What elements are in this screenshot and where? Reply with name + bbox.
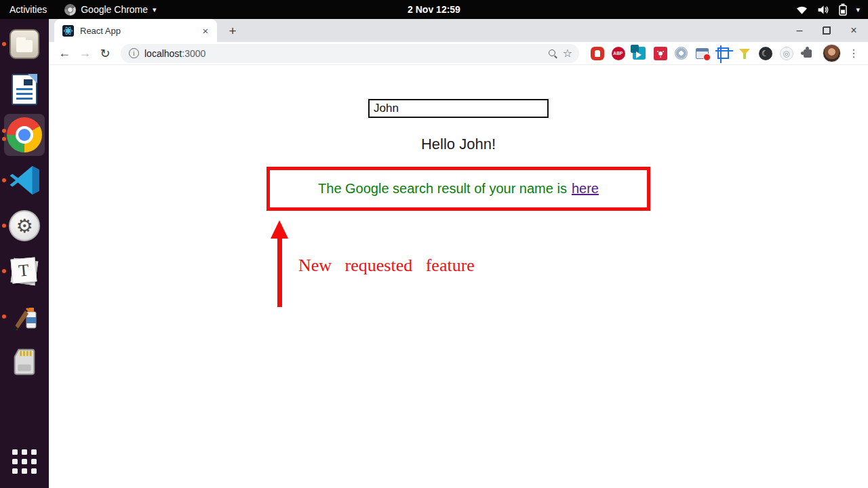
app-grid-icon <box>12 449 37 474</box>
dock-item-text-editor[interactable]: T <box>0 254 49 288</box>
chrome-window: React App × + – × ← → ↻ i localhost:3000… <box>49 19 868 488</box>
running-indicator <box>2 42 6 46</box>
files-icon <box>9 29 39 59</box>
dock-item-libreoffice-writer[interactable] <box>0 73 49 106</box>
volume-icon <box>817 5 830 15</box>
filter-funnel-extension-icon[interactable] <box>737 46 751 60</box>
gear-icon: ⚙ <box>9 210 40 241</box>
vscode-icon <box>8 164 41 197</box>
dock: ⚙ T <box>0 19 49 488</box>
battery-icon <box>839 3 847 16</box>
minimize-button[interactable]: – <box>792 23 807 38</box>
extensions-puzzle-icon[interactable] <box>800 46 814 60</box>
running-indicator <box>2 137 6 141</box>
profile-avatar[interactable] <box>823 44 841 62</box>
system-tray[interactable]: ▾ <box>795 0 868 19</box>
dock-item-settings[interactable]: ⚙ <box>0 209 49 243</box>
dock-item-show-applications[interactable] <box>0 445 49 479</box>
react-favicon-icon <box>62 25 74 37</box>
greeting-text: Hello John! <box>49 136 868 153</box>
wifi-icon <box>795 5 808 15</box>
gimp-paintbrush-icon <box>8 300 41 333</box>
dock-item-removable-media[interactable] <box>0 345 49 379</box>
tab-react-app[interactable]: React App × <box>54 19 217 42</box>
tab-close-icon[interactable]: × <box>199 24 212 37</box>
running-indicator <box>2 129 6 133</box>
design-dots-extension-icon[interactable] <box>653 46 667 60</box>
system-top-bar: Activities Google Chrome ▾ 2 Nov 12:59 ▾ <box>0 0 868 19</box>
running-indicator <box>2 178 6 182</box>
dock-item-files[interactable] <box>0 27 49 61</box>
result-highlight-box: The Google search result of your name is… <box>267 167 650 211</box>
browser-toolbar: ← → ↻ i localhost:3000 ☆ ABP ☾ ◎ <box>49 42 868 65</box>
restore-icon <box>823 26 831 35</box>
dock-item-gimp[interactable] <box>0 300 49 333</box>
url-port: :3000 <box>182 48 205 59</box>
page-content: Hello John! The Google search result of … <box>49 65 868 488</box>
restore-button[interactable] <box>819 23 834 38</box>
back-button[interactable]: ← <box>56 45 73 62</box>
bookmark-star-icon[interactable]: ☆ <box>563 47 572 60</box>
window-controls: – × <box>792 19 861 42</box>
url-text[interactable]: localhost:3000 <box>144 48 205 59</box>
dock-item-vscode[interactable] <box>0 163 49 197</box>
adblock-plus-extension-icon[interactable]: ABP <box>611 46 625 60</box>
silver-ring-extension-icon[interactable] <box>674 46 688 60</box>
forward-button[interactable]: → <box>76 45 94 62</box>
annotation-arrow-line <box>277 236 282 307</box>
orbit-radar-extension-icon[interactable]: ◎ <box>779 46 793 60</box>
reload-button[interactable]: ↻ <box>96 45 114 62</box>
running-indicator <box>2 314 6 319</box>
new-tab-button[interactable]: + <box>224 22 241 40</box>
close-window-button[interactable]: × <box>846 23 861 38</box>
screen: Activities Google Chrome ▾ 2 Nov 12:59 ▾ <box>0 0 868 488</box>
text-editor-icon: T <box>9 256 40 287</box>
tab-title: React App <box>80 26 199 36</box>
site-info-icon[interactable]: i <box>129 48 139 58</box>
address-bar[interactable]: i localhost:3000 ☆ <box>121 44 579 63</box>
tab-strip: React App × + – × <box>49 19 868 42</box>
popup-blocker-extension-icon[interactable] <box>695 46 709 60</box>
crop-tool-extension-icon[interactable] <box>716 46 730 60</box>
stop-hand-extension-icon[interactable] <box>590 46 604 60</box>
dock-item-google-chrome[interactable] <box>0 118 49 152</box>
chrome-menu-icon[interactable]: ⋮ <box>846 46 861 61</box>
name-input[interactable] <box>368 99 549 118</box>
dark-mode-extension-icon[interactable]: ☾ <box>758 46 772 60</box>
translate-extension-icon[interactable] <box>632 46 646 60</box>
sd-card-icon <box>9 346 40 378</box>
result-here-link[interactable]: here <box>572 181 599 197</box>
clock[interactable]: 2 Nov 12:59 <box>0 4 868 15</box>
running-indicator <box>2 224 6 228</box>
writer-document-icon <box>12 74 37 105</box>
running-indicator <box>2 269 6 273</box>
chrome-icon <box>7 117 42 152</box>
extensions-row: ABP ☾ ◎ <box>590 46 814 60</box>
tray-caret-down-icon: ▾ <box>856 5 860 14</box>
zoom-icon[interactable] <box>548 49 557 58</box>
result-text: The Google search result of your name is <box>318 181 567 197</box>
annotation-label: New requested feature <box>298 256 475 276</box>
url-host: localhost <box>144 48 182 59</box>
